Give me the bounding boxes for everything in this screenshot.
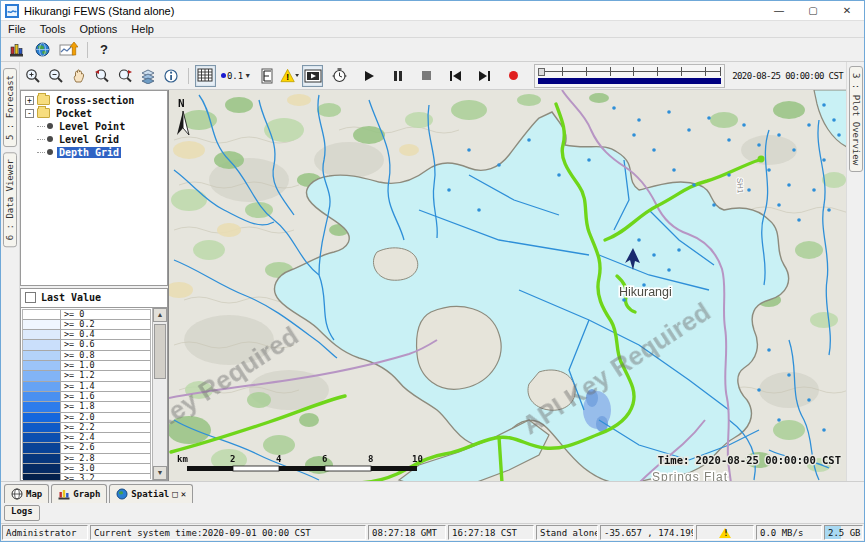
channel-endpoint <box>757 156 764 163</box>
contour-interval-dropdown[interactable]: 0.1 ▼ <box>218 65 254 87</box>
database-import-button[interactable] <box>5 40 27 60</box>
folder-icon <box>37 95 50 105</box>
minimize-button[interactable]: — <box>762 1 796 20</box>
svg-text:10: 10 <box>412 454 423 464</box>
status-system-time: Current system time:2020-09-01 00:00 CST <box>90 525 366 540</box>
legend-header: Last Value <box>21 289 167 307</box>
tab-graph-label: Graph <box>73 489 100 499</box>
area-label: Springs Flat <box>652 470 728 481</box>
maximize-button[interactable]: ▢ <box>796 1 830 20</box>
time-slider[interactable] <box>534 64 725 88</box>
svg-text:8: 8 <box>368 454 373 464</box>
tree-item-label[interactable]: Cross-section <box>54 95 136 106</box>
tree-item-label-selected[interactable]: Depth Grid <box>57 147 121 158</box>
legend-panel: Last Value >= 0>= 0.2>= 0.4>= 0.6>= 0.8>… <box>20 288 168 481</box>
map-canvas[interactable]: API Key Required API Key Required Hikura… <box>168 90 846 481</box>
zoom-next-button[interactable] <box>115 65 136 87</box>
tab-restore-icon[interactable]: □ <box>172 489 177 499</box>
info-button[interactable] <box>161 65 182 87</box>
grid-layer-button[interactable] <box>195 65 216 87</box>
bullet-icon <box>47 136 53 142</box>
legend-color-swatch <box>23 361 61 370</box>
svg-text:N: N <box>178 97 185 110</box>
pan-hand-button[interactable] <box>69 65 90 87</box>
record-button[interactable] <box>503 65 524 87</box>
scrollbar-thumb[interactable] <box>154 324 166 379</box>
app-logo-icon <box>5 4 19 18</box>
zoom-in-button[interactable] <box>23 65 44 87</box>
legend-color-swatch <box>23 413 61 422</box>
svg-text:km: km <box>177 454 188 464</box>
tree-guide-line <box>37 126 45 127</box>
scroll-down-icon[interactable]: ▼ <box>153 466 167 480</box>
legend-color-swatch <box>23 433 61 442</box>
tab-close-icon[interactable]: ✕ <box>181 489 186 499</box>
timeseries-display-button[interactable] <box>57 40 79 60</box>
tab-plot-overview[interactable]: 3 : Plot Overview <box>849 66 863 172</box>
tree-item-pocket[interactable]: - Pocket <box>23 107 165 119</box>
legend-color-swatch <box>23 330 61 339</box>
skip-to-end-button[interactable] <box>474 65 495 87</box>
legend-color-swatch <box>23 382 61 391</box>
animation-movie-button[interactable] <box>302 65 323 87</box>
legend-threshold-label: >= 0.8 <box>61 351 150 360</box>
logs-button[interactable]: Logs <box>4 505 40 521</box>
warning-thresholds-dropdown[interactable]: ! <box>279 65 300 87</box>
legend-color-swatch <box>23 454 61 463</box>
menu-tools[interactable]: Tools <box>33 23 73 35</box>
legend-color-swatch <box>23 474 61 480</box>
tree-item-label[interactable]: Level Grid <box>57 134 121 145</box>
legend-threshold-label: >= 2.6 <box>61 443 150 452</box>
zoom-previous-button[interactable] <box>92 65 113 87</box>
last-value-checkbox[interactable] <box>25 292 36 303</box>
tree-item-depth-grid[interactable]: Depth Grid <box>37 146 165 158</box>
play-button[interactable] <box>358 65 379 87</box>
help-button[interactable]: ? <box>96 42 112 57</box>
map-svg[interactable]: API Key Required API Key Required Hikura… <box>169 90 846 481</box>
tree-guide-line <box>37 139 45 140</box>
tab-map[interactable]: Map <box>4 484 49 503</box>
layers-button[interactable] <box>138 65 159 87</box>
pause-button[interactable] <box>387 65 408 87</box>
scale-ruler-button[interactable] <box>256 65 277 87</box>
status-coordinates: -35.657 , 174.199 <box>600 525 694 540</box>
close-button[interactable]: ✕ <box>830 1 864 20</box>
globe-map-button[interactable] <box>31 40 53 60</box>
status-warning-cell[interactable] <box>696 525 754 540</box>
animation-timer-button[interactable] <box>329 65 350 87</box>
legend-color-swatch <box>23 423 61 432</box>
collapse-icon[interactable]: - <box>25 109 34 118</box>
tab-spatial-active[interactable]: Spatial □ ✕ <box>109 484 193 503</box>
tree-item-label[interactable]: Level Point <box>57 121 127 132</box>
interval-dot-icon <box>221 73 226 78</box>
menu-bar: File Tools Options Help <box>1 21 864 38</box>
status-mode: Stand alone <box>536 525 598 540</box>
globe-wireframe-icon <box>11 488 23 500</box>
menu-help[interactable]: Help <box>124 23 161 35</box>
scroll-up-icon[interactable]: ▲ <box>153 308 167 322</box>
legend-threshold-label: >= 2.0 <box>61 413 150 422</box>
tree-item-label[interactable]: Pocket <box>54 108 94 119</box>
expand-icon[interactable]: + <box>25 96 34 105</box>
tree-item-level-point[interactable]: Level Point <box>37 120 165 132</box>
legend-list: >= 0>= 0.2>= 0.4>= 0.6>= 0.8>= 1.0>= 1.2… <box>22 309 151 479</box>
zoom-out-button[interactable] <box>46 65 67 87</box>
tab-data-viewer[interactable]: 6 : Data Viewer <box>3 152 17 247</box>
tree-item-cross-section[interactable]: + Cross-section <box>23 94 165 106</box>
legend-threshold-label: >= 1.8 <box>61 402 150 411</box>
tree-item-level-grid[interactable]: Level Grid <box>37 133 165 145</box>
menu-options[interactable]: Options <box>72 23 124 35</box>
time-slider-thumb[interactable] <box>538 68 545 76</box>
svg-text:6: 6 <box>322 454 327 464</box>
stop-button[interactable] <box>416 65 437 87</box>
warning-icon <box>719 528 731 538</box>
legend-scrollbar[interactable]: ▲ ▼ <box>152 308 167 480</box>
main-toolbar: ? <box>1 38 864 62</box>
scrollbar-track[interactable] <box>153 322 167 466</box>
menu-file[interactable]: File <box>1 23 33 35</box>
tab-forecast[interactable]: 5 : Forecast <box>3 68 17 147</box>
tab-graph[interactable]: Graph <box>51 484 107 503</box>
skip-to-start-button[interactable] <box>445 65 466 87</box>
time-slider-track[interactable] <box>538 67 721 76</box>
layer-tree: + Cross-section - Pocket Level P <box>20 90 168 286</box>
